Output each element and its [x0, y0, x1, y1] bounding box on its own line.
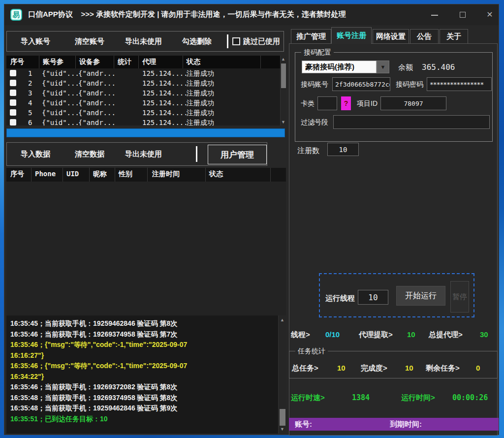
header-divider — [147, 168, 148, 182]
row-checkbox[interactable] — [10, 70, 16, 76]
col-nickname[interactable]: 昵称 — [93, 170, 107, 179]
completed-value: 10 — [405, 364, 413, 372]
run-time-label: 运行时间> — [401, 393, 435, 403]
export-unused-data-button[interactable]: 导出未使用 — [125, 143, 162, 165]
table-row[interactable]: 2{"uid"...{"andr...125.124....注册成功 — [6, 78, 278, 88]
app-logo-icon: 易 — [10, 9, 22, 21]
row-checkbox[interactable] — [10, 119, 16, 125]
sms-password-input[interactable]: **************** — [427, 77, 492, 91]
import-accounts-button[interactable]: 导入账号 — [21, 31, 50, 51]
start-run-button[interactable]: 开始运行 — [396, 286, 445, 306]
minimize-button[interactable] — [427, 8, 442, 21]
col-account[interactable]: 账号参 — [43, 58, 63, 66]
scroll-thumb[interactable] — [281, 63, 286, 88]
cell-device: {"andr... — [78, 69, 116, 77]
filter-prefix-input[interactable] — [333, 115, 490, 129]
tab-network-settings[interactable]: 网络设置 — [373, 29, 409, 43]
project-id-input[interactable]: 78097 — [380, 96, 446, 110]
cell-proxy: 125.124.... — [142, 69, 188, 77]
close-button[interactable]: ✕ — [482, 8, 498, 21]
threads-label: 线程> — [291, 330, 310, 340]
remaining-tasks-value: 0 — [476, 364, 480, 372]
data-toolbar: 导入数据 清空数据 导出未使用 用户管理 — [6, 142, 267, 166]
cell-device: {"andr... — [78, 79, 116, 87]
table-row[interactable]: 3{"uid"...{"andr...125.124....注册成功 — [6, 88, 278, 98]
row-checkbox[interactable] — [10, 80, 16, 86]
sms-password-label: 接码密码 — [396, 80, 423, 89]
row-checkbox[interactable] — [10, 90, 16, 96]
account-table-scrollbar[interactable]: ▲ ▼ — [280, 56, 286, 125]
balance-value: 365.406 — [422, 63, 455, 72]
sms-provider-select[interactable]: 豪猪接码(推荐) — [302, 61, 377, 73]
col-status[interactable]: 状态 — [209, 170, 223, 179]
cell-seq: 2 — [28, 79, 32, 87]
cell-status: 注册成功 — [187, 89, 214, 98]
titlebar[interactable]: 易 口信APP协议 >>> 承接软件定制开发 | 请勿用于非法用途，一切后果与作… — [4, 4, 499, 25]
log-line: 16:35:51；已到达任务目标：10 — [10, 415, 108, 424]
thread-count-input[interactable]: 10 — [358, 290, 388, 305]
table-row[interactable]: 6{"uid"...{"andr...125.124....注册成功 — [6, 118, 278, 125]
cell-account: {"uid"... — [42, 119, 79, 125]
col-seq[interactable]: 序号 — [10, 170, 24, 179]
skip-used-checkbox[interactable] — [232, 37, 240, 45]
cell-account: {"uid"... — [42, 69, 79, 77]
delete-checked-button[interactable]: 勾选删除 — [182, 31, 212, 51]
pause-button[interactable]: 暂停 — [450, 281, 469, 313]
scroll-thumb[interactable] — [280, 409, 285, 426]
cell-device: {"andr... — [78, 119, 116, 125]
scroll-down-icon[interactable]: ▼ — [281, 119, 286, 125]
license-account-label: 账号: — [295, 420, 312, 429]
sms-account-input[interactable]: 2f3d0665b8772cd — [332, 77, 390, 91]
maximize-button[interactable] — [455, 8, 471, 21]
col-proxy[interactable]: 代理 — [142, 58, 156, 66]
export-unused-accounts-button[interactable]: 导出未使用 — [125, 31, 162, 51]
tab-promotion[interactable]: 推广管理 — [291, 29, 331, 43]
register-count-input[interactable]: 10 — [327, 143, 359, 156]
cell-proxy: 125.124.... — [142, 79, 188, 87]
col-uid[interactable]: UID — [66, 170, 79, 178]
col-seq[interactable]: 序号 — [10, 58, 24, 66]
header-divider — [63, 168, 63, 182]
remaining-tasks-label: 剩余任务> — [426, 364, 460, 373]
table-row[interactable]: 4{"uid"...{"andr...125.124....注册成功 — [6, 98, 278, 108]
log-scrollbar[interactable]: ▲ ▼ — [278, 315, 286, 434]
user-table-body — [6, 182, 286, 315]
scroll-up-icon[interactable]: ▲ — [279, 316, 286, 323]
col-device[interactable]: 设备参 — [79, 58, 100, 66]
import-data-button[interactable]: 导入数据 — [21, 143, 50, 165]
header-divider — [138, 56, 139, 68]
header-divider — [75, 56, 76, 68]
row-checkbox[interactable] — [10, 109, 16, 116]
log-line: 16:35:46；{"msg":"等待","code":-1,"time":"2… — [10, 362, 187, 371]
log-output[interactable]: 16:35:45；当前获取手机：19259462846 验证码 第8次16:35… — [6, 315, 286, 434]
scroll-down-icon[interactable]: ▼ — [279, 426, 286, 433]
filter-prefix-label: 过滤号段 — [301, 118, 328, 127]
row-checkbox[interactable] — [10, 99, 16, 106]
table-row[interactable]: 1{"uid"...{"andr...125.124....注册成功 — [6, 68, 278, 78]
dropdown-arrow-icon[interactable]: ▼ — [377, 61, 389, 73]
col-phone[interactable]: Phone — [35, 170, 56, 178]
cell-status: 注册成功 — [187, 79, 214, 88]
tab-about[interactable]: 关于 — [440, 29, 468, 43]
tab-account-register[interactable]: 账号注册 — [331, 27, 372, 44]
user-management-button[interactable]: 用户管理 — [208, 145, 267, 164]
cell-device: {"andr... — [78, 89, 116, 97]
cell-device: {"andr... — [78, 99, 116, 107]
maximize-icon — [460, 12, 466, 18]
log-line: 16:34:22"} — [10, 373, 44, 380]
table-row[interactable]: 5{"uid"...{"andr...125.124....注册成功 — [6, 108, 278, 118]
scroll-up-icon[interactable]: ▲ — [281, 56, 286, 63]
clear-data-button[interactable]: 清空数据 — [75, 143, 104, 165]
toolbar-divider — [227, 34, 228, 48]
tab-announcement[interactable]: 公告 — [410, 29, 439, 43]
proxy-fetch-label: 代理提取> — [359, 330, 393, 340]
col-status[interactable]: 状态 — [187, 58, 200, 66]
cell-account: {"uid"... — [42, 89, 79, 97]
col-gender[interactable]: 性别 — [119, 170, 132, 179]
col-regtime[interactable]: 注册时间 — [152, 170, 180, 179]
card-type-input[interactable] — [317, 96, 337, 110]
help-button[interactable]: ? — [341, 96, 351, 110]
log-line: 16:35:46；当前获取手机：19269374958 验证码 第7次 — [10, 330, 177, 339]
col-stats[interactable]: 统计 — [118, 58, 131, 66]
clear-accounts-button[interactable]: 清空账号 — [75, 31, 104, 51]
